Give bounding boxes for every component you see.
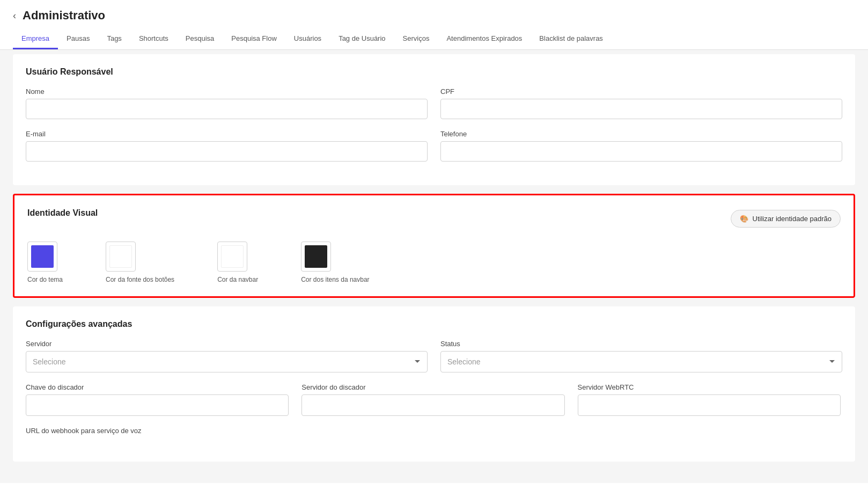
color-label-tema: Cor do tema [27,276,63,283]
identidade-visual-card: Identidade Visual 🎨 Utilizar identidade … [13,194,855,298]
servidor-discador-group: Servidor do discador [301,383,564,416]
nav-tab-empresa[interactable]: Empresa [13,29,58,49]
nome-cpf-row: Nome CPF [26,87,842,119]
nome-input[interactable] [26,99,428,119]
email-telefone-row: E-mail Telefone [26,130,842,162]
url-webhook-row: URL do webhook para serviço de voz [26,427,842,438]
color-swatch-wrapper-navbar[interactable] [217,242,247,272]
nav-tabs: EmpresaPausasTagsShortcutsPesquisaPesqui… [13,29,855,49]
color-label-navbar: Cor da navbar [217,276,258,283]
palette-icon: 🎨 [740,215,748,223]
color-label-itens-navbar: Cor dos itens da navbar [301,276,369,283]
back-icon[interactable]: ‹ [13,10,16,21]
nav-tab-shortcuts[interactable]: Shortcuts [130,29,177,49]
nav-tab-atendimentos[interactable]: Atendimentos Expirados [438,29,531,49]
nome-group: Nome [26,87,428,119]
color-label-fonte-botoes: Cor da fonte dos botões [106,276,174,283]
email-input[interactable] [26,141,428,162]
telefone-label: Telefone [440,130,842,138]
status-label: Status [440,340,842,348]
color-items-row: Cor do temaCor da fonte dos botõesCor da… [27,242,841,283]
email-label: E-mail [26,130,428,138]
servidor-discador-input[interactable] [301,394,564,416]
color-swatch-fonte-botoes [109,245,132,268]
servidor-discador-label: Servidor do discador [301,383,564,391]
color-swatch-wrapper-itens-navbar[interactable] [301,242,331,272]
servidor-webrtc-input[interactable] [578,394,841,416]
servidor-webrtc-label: Servidor WebRTC [578,383,841,391]
url-webhook-label: URL do webhook para serviço de voz [26,427,842,435]
btn-default-identity[interactable]: 🎨 Utilizar identidade padrão [731,210,841,228]
identity-header: Identidade Visual 🎨 Utilizar identidade … [27,208,841,229]
configuracoes-avancadas-card: Configurações avançadas Servidor Selecio… [13,306,855,462]
color-swatch-wrapper-tema[interactable] [27,242,57,272]
color-item-tema: Cor do tema [27,242,63,283]
chave-discador-group: Chave do discador [26,383,289,416]
color-swatch-navbar [221,245,244,268]
servidor-select[interactable]: Selecione [26,351,428,372]
nav-tab-pesquisa[interactable]: Pesquisa [177,29,223,49]
color-item-navbar: Cor da navbar [217,242,258,283]
page-title: Administrativo [23,9,105,23]
servidor-label: Servidor [26,340,428,348]
cpf-group: CPF [440,87,842,119]
nav-tab-tags[interactable]: Tags [98,29,130,49]
color-item-itens-navbar: Cor dos itens da navbar [301,242,369,283]
nav-tab-servicos[interactable]: Serviços [394,29,438,49]
nome-label: Nome [26,87,428,96]
color-item-fonte-botoes: Cor da fonte dos botões [106,242,174,283]
status-select[interactable]: Selecione [440,351,842,372]
nav-tab-blacklist[interactable]: Blacklist de palavras [531,29,612,49]
btn-default-identity-label: Utilizar identidade padrão [753,215,832,223]
email-group: E-mail [26,130,428,162]
cpf-label: CPF [440,87,842,96]
color-swatch-tema [31,245,54,268]
discador-row: Chave do discador Servidor do discador S… [26,383,842,416]
telefone-input[interactable] [440,141,842,162]
servidor-group: Servidor Selecione [26,340,428,372]
configuracoes-avancadas-title: Configurações avançadas [26,319,842,329]
servidor-status-row: Servidor Selecione Status Selecione [26,340,842,372]
status-group: Status Selecione [440,340,842,372]
nav-tab-pesquisa-flow[interactable]: Pesquisa Flow [223,29,285,49]
identidade-visual-title: Identidade Visual [27,208,98,218]
color-swatch-itens-navbar [305,245,327,268]
chave-discador-label: Chave do discador [26,383,289,391]
usuario-responsavel-title: Usuário Responsável [26,67,842,77]
servidor-webrtc-group: Servidor WebRTC [578,383,841,416]
nav-tab-pausas[interactable]: Pausas [58,29,98,49]
nav-tab-usuarios[interactable]: Usuários [285,29,330,49]
color-swatch-wrapper-fonte-botoes[interactable] [106,242,136,272]
url-webhook-group: URL do webhook para serviço de voz [26,427,842,438]
usuario-responsavel-card: Usuário Responsável Nome CPF E-mail Tele… [13,54,855,185]
nav-tab-tag-usuario[interactable]: Tag de Usuário [330,29,394,49]
chave-discador-input[interactable] [26,394,289,416]
telefone-group: Telefone [440,130,842,162]
cpf-input[interactable] [440,99,842,119]
